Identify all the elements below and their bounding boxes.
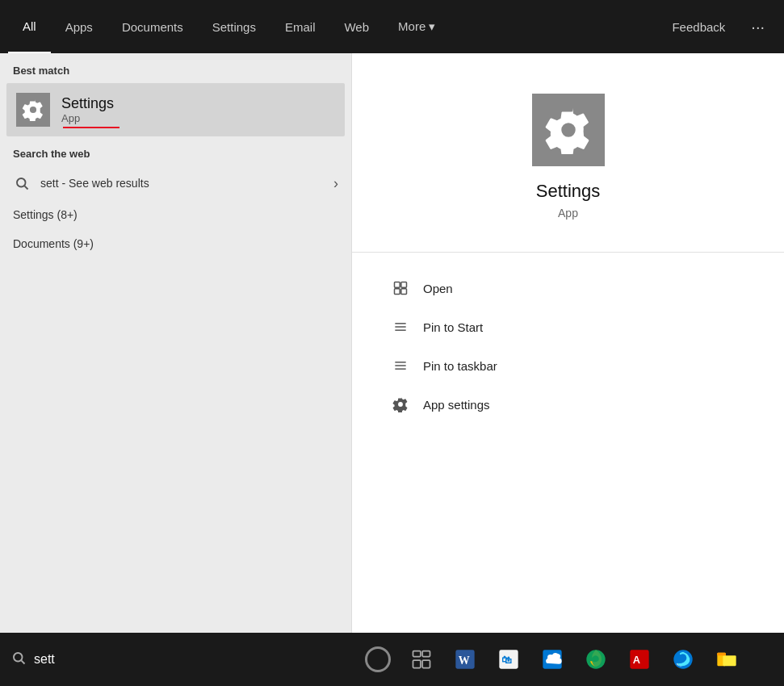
best-match-item[interactable]: Settings App bbox=[6, 83, 345, 136]
tab-email[interactable]: Email bbox=[270, 0, 330, 53]
taskbar-acrobat[interactable]: A bbox=[619, 639, 660, 680]
search-bar-icon bbox=[11, 650, 26, 669]
action-pin-taskbar[interactable]: Pin to taskbar bbox=[384, 346, 752, 385]
taskbar-edge[interactable] bbox=[576, 639, 616, 680]
taskbar-onedrive[interactable] bbox=[532, 639, 572, 680]
red-underline bbox=[63, 127, 119, 128]
pin-taskbar-label: Pin to taskbar bbox=[423, 359, 497, 373]
taskbar-explorer[interactable] bbox=[706, 639, 747, 680]
web-search-query: sett bbox=[40, 177, 59, 190]
svg-text:🛍: 🛍 bbox=[501, 654, 512, 666]
left-panel: Best match Settings App Search the web bbox=[0, 53, 351, 686]
taskbar: W 🛍 bbox=[351, 633, 784, 686]
app-type: App bbox=[558, 207, 578, 220]
app-icon-large bbox=[532, 94, 605, 166]
action-pin-start[interactable]: Pin to Start bbox=[384, 307, 752, 346]
svg-rect-2 bbox=[395, 282, 400, 288]
divider bbox=[352, 252, 784, 253]
svg-rect-5 bbox=[401, 289, 407, 295]
pin-start-icon bbox=[391, 317, 410, 337]
open-label: Open bbox=[423, 282, 453, 295]
documents-group[interactable]: Documents (9+) bbox=[0, 229, 351, 258]
svg-text:A: A bbox=[633, 654, 640, 666]
search-icon bbox=[13, 174, 31, 192]
search-web-label: Search the web bbox=[0, 136, 351, 166]
taskbar-word[interactable]: W bbox=[445, 639, 485, 680]
settings-app-icon bbox=[16, 93, 50, 127]
main-area: Best match Settings App Search the web bbox=[0, 53, 784, 686]
app-settings-label: App settings bbox=[423, 398, 490, 412]
best-match-text: Settings App bbox=[61, 95, 114, 124]
cortana-icon bbox=[365, 646, 391, 672]
arrow-right-icon: › bbox=[333, 175, 338, 192]
taskbar-edge-blue[interactable] bbox=[663, 639, 703, 680]
tab-web[interactable]: Web bbox=[329, 0, 384, 53]
tab-documents[interactable]: Documents bbox=[107, 0, 198, 53]
taskbar-store[interactable]: 🛍 bbox=[488, 639, 529, 680]
svg-rect-17 bbox=[422, 660, 430, 667]
search-input[interactable] bbox=[34, 652, 317, 667]
svg-rect-15 bbox=[422, 651, 430, 657]
feedback-button[interactable]: Feedback bbox=[657, 0, 740, 53]
svg-line-1 bbox=[24, 186, 27, 189]
tab-settings[interactable]: Settings bbox=[198, 0, 270, 53]
search-bar bbox=[0, 633, 351, 686]
action-list: Open Pin to Start bbox=[352, 269, 784, 424]
svg-rect-28 bbox=[723, 655, 736, 666]
best-match-name: Settings bbox=[61, 95, 114, 112]
taskbar-search[interactable] bbox=[358, 639, 398, 680]
settings-group[interactable]: Settings (8+) bbox=[0, 200, 351, 229]
svg-rect-16 bbox=[413, 660, 421, 667]
tab-apps[interactable]: Apps bbox=[51, 0, 107, 53]
pin-start-label: Pin to Start bbox=[423, 320, 483, 334]
tab-more[interactable]: More ▾ bbox=[384, 0, 450, 53]
svg-point-0 bbox=[17, 178, 26, 187]
web-search-item[interactable]: sett - See web results › bbox=[0, 166, 351, 200]
svg-rect-29 bbox=[717, 653, 726, 656]
open-icon bbox=[391, 278, 410, 298]
taskbar-taskview[interactable] bbox=[401, 639, 442, 680]
action-app-settings[interactable]: App settings bbox=[384, 385, 752, 424]
best-match-type: App bbox=[61, 112, 114, 124]
web-search-suffix: - See web results bbox=[59, 177, 149, 190]
best-match-label: Best match bbox=[0, 53, 351, 83]
svg-rect-4 bbox=[395, 289, 400, 295]
svg-rect-3 bbox=[401, 282, 407, 288]
svg-line-13 bbox=[21, 660, 24, 663]
pin-taskbar-icon bbox=[391, 356, 410, 375]
svg-text:W: W bbox=[459, 655, 470, 667]
svg-rect-14 bbox=[413, 651, 421, 657]
tab-all[interactable]: All bbox=[8, 0, 51, 53]
svg-point-12 bbox=[14, 653, 23, 662]
web-search-text: sett - See web results bbox=[40, 177, 333, 190]
app-settings-icon bbox=[391, 395, 410, 414]
top-nav: All Apps Documents Settings Email Web Mo… bbox=[0, 0, 784, 53]
action-open[interactable]: Open bbox=[384, 269, 752, 307]
app-title: Settings bbox=[536, 181, 601, 202]
more-dots-button[interactable]: ··· bbox=[740, 0, 776, 53]
right-panel: Settings App Open bbox=[351, 53, 784, 686]
